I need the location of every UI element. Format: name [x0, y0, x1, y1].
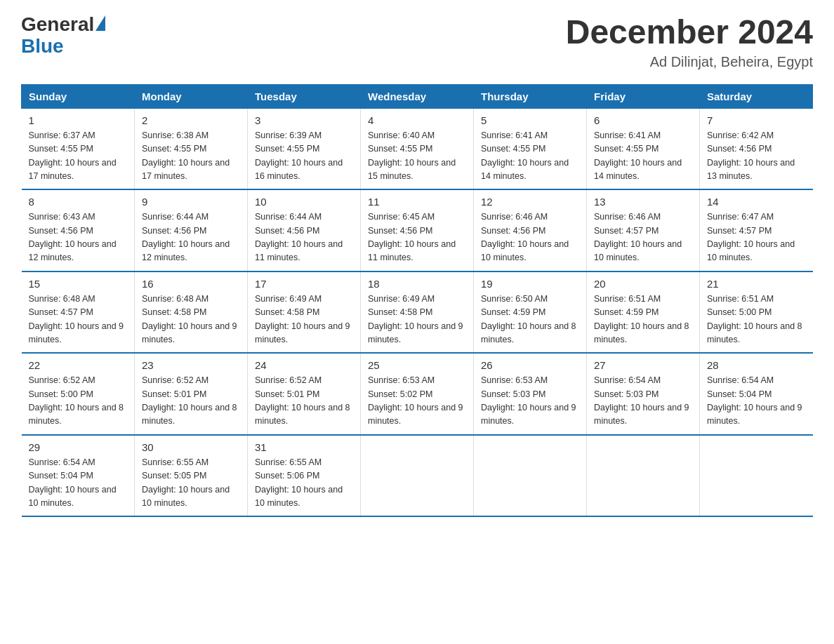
- day-number: 25: [368, 359, 466, 371]
- day-info: Sunrise: 6:38 AMSunset: 4:55 PMDaylight:…: [142, 129, 240, 184]
- day-number: 15: [29, 278, 128, 290]
- day-number: 30: [142, 441, 240, 453]
- day-number: 14: [707, 196, 806, 208]
- day-info: Sunrise: 6:48 AMSunset: 4:58 PMDaylight:…: [142, 293, 240, 347]
- calendar-cell: 22 Sunrise: 6:52 AMSunset: 5:00 PMDaylig…: [22, 353, 135, 435]
- day-number: 13: [594, 196, 692, 208]
- calendar-cell: 18 Sunrise: 6:49 AMSunset: 4:58 PMDaylig…: [361, 271, 474, 354]
- day-info: Sunrise: 6:49 AMSunset: 4:58 PMDaylight:…: [255, 293, 353, 347]
- calendar-body: 1 Sunrise: 6:37 AMSunset: 4:55 PMDayligh…: [22, 108, 813, 516]
- calendar-cell: 17 Sunrise: 6:49 AMSunset: 4:58 PMDaylig…: [248, 271, 361, 354]
- week-row-2: 8 Sunrise: 6:43 AMSunset: 4:56 PMDayligh…: [22, 189, 813, 271]
- calendar-cell: 27 Sunrise: 6:54 AMSunset: 5:03 PMDaylig…: [587, 353, 700, 435]
- day-number: 1: [29, 114, 128, 126]
- day-info: Sunrise: 6:51 AMSunset: 5:00 PMDaylight:…: [707, 293, 806, 347]
- week-row-3: 15 Sunrise: 6:48 AMSunset: 4:57 PMDaylig…: [22, 271, 813, 354]
- header-day-tuesday: Tuesday: [248, 84, 361, 108]
- header-day-sunday: Sunday: [22, 84, 135, 108]
- day-number: 2: [142, 114, 240, 126]
- day-number: 9: [142, 196, 240, 208]
- logo: General Blue: [21, 14, 105, 58]
- day-info: Sunrise: 6:44 AMSunset: 4:56 PMDaylight:…: [255, 210, 353, 265]
- day-info: Sunrise: 6:51 AMSunset: 4:59 PMDaylight:…: [594, 293, 692, 347]
- day-number: 18: [368, 278, 466, 290]
- day-info: Sunrise: 6:50 AMSunset: 4:59 PMDaylight:…: [481, 293, 579, 347]
- header-day-wednesday: Wednesday: [361, 84, 474, 108]
- day-number: 11: [368, 196, 466, 208]
- day-number: 4: [368, 114, 466, 126]
- day-info: Sunrise: 6:53 AMSunset: 5:02 PMDaylight:…: [368, 374, 466, 429]
- day-info: Sunrise: 6:52 AMSunset: 5:01 PMDaylight:…: [142, 374, 240, 429]
- day-number: 7: [707, 114, 806, 126]
- day-info: Sunrise: 6:37 AMSunset: 4:55 PMDaylight:…: [29, 129, 128, 184]
- calendar-cell: 1 Sunrise: 6:37 AMSunset: 4:55 PMDayligh…: [22, 108, 135, 189]
- day-number: 28: [707, 359, 806, 371]
- calendar-cell: [587, 435, 700, 517]
- calendar-cell: [474, 435, 587, 517]
- day-info: Sunrise: 6:42 AMSunset: 4:56 PMDaylight:…: [707, 129, 806, 184]
- calendar-cell: 8 Sunrise: 6:43 AMSunset: 4:56 PMDayligh…: [22, 189, 135, 271]
- calendar-cell: 4 Sunrise: 6:40 AMSunset: 4:55 PMDayligh…: [361, 108, 474, 189]
- logo-blue-text: Blue: [21, 36, 105, 58]
- day-info: Sunrise: 6:40 AMSunset: 4:55 PMDaylight:…: [368, 129, 466, 184]
- day-number: 6: [594, 114, 692, 126]
- day-info: Sunrise: 6:43 AMSunset: 4:56 PMDaylight:…: [29, 210, 128, 265]
- calendar-cell: 7 Sunrise: 6:42 AMSunset: 4:56 PMDayligh…: [700, 108, 813, 189]
- day-info: Sunrise: 6:54 AMSunset: 5:04 PMDaylight:…: [707, 374, 806, 429]
- day-info: Sunrise: 6:49 AMSunset: 4:58 PMDaylight:…: [368, 293, 466, 347]
- calendar-cell: [361, 435, 474, 517]
- day-number: 16: [142, 278, 240, 290]
- calendar-cell: 30 Sunrise: 6:55 AMSunset: 5:05 PMDaylig…: [135, 435, 248, 517]
- day-number: 26: [481, 359, 579, 371]
- calendar-cell: 29 Sunrise: 6:54 AMSunset: 5:04 PMDaylig…: [22, 435, 135, 517]
- day-info: Sunrise: 6:54 AMSunset: 5:04 PMDaylight:…: [29, 456, 128, 511]
- day-number: 22: [29, 359, 128, 371]
- day-number: 3: [255, 114, 353, 126]
- week-row-4: 22 Sunrise: 6:52 AMSunset: 5:00 PMDaylig…: [22, 353, 813, 435]
- day-number: 10: [255, 196, 353, 208]
- calendar-cell: 19 Sunrise: 6:50 AMSunset: 4:59 PMDaylig…: [474, 271, 587, 354]
- calendar-cell: 25 Sunrise: 6:53 AMSunset: 5:02 PMDaylig…: [361, 353, 474, 435]
- week-row-1: 1 Sunrise: 6:37 AMSunset: 4:55 PMDayligh…: [22, 108, 813, 189]
- day-number: 5: [481, 114, 579, 126]
- day-info: Sunrise: 6:41 AMSunset: 4:55 PMDaylight:…: [481, 129, 579, 184]
- header-day-monday: Monday: [135, 84, 248, 108]
- calendar-cell: 31 Sunrise: 6:55 AMSunset: 5:06 PMDaylig…: [248, 435, 361, 517]
- day-number: 17: [255, 278, 353, 290]
- day-number: 31: [255, 441, 353, 453]
- logo-general-text: General: [21, 14, 94, 36]
- calendar-cell: 26 Sunrise: 6:53 AMSunset: 5:03 PMDaylig…: [474, 353, 587, 435]
- week-row-5: 29 Sunrise: 6:54 AMSunset: 5:04 PMDaylig…: [22, 435, 813, 517]
- header-row: SundayMondayTuesdayWednesdayThursdayFrid…: [22, 84, 813, 108]
- day-info: Sunrise: 6:55 AMSunset: 5:06 PMDaylight:…: [255, 456, 353, 511]
- day-info: Sunrise: 6:54 AMSunset: 5:03 PMDaylight:…: [594, 374, 692, 429]
- calendar-cell: 6 Sunrise: 6:41 AMSunset: 4:55 PMDayligh…: [587, 108, 700, 189]
- calendar-cell: 15 Sunrise: 6:48 AMSunset: 4:57 PMDaylig…: [22, 271, 135, 354]
- month-title: December 2024: [566, 14, 813, 51]
- calendar-cell: 24 Sunrise: 6:52 AMSunset: 5:01 PMDaylig…: [248, 353, 361, 435]
- day-number: 19: [481, 278, 579, 290]
- calendar-cell: 20 Sunrise: 6:51 AMSunset: 4:59 PMDaylig…: [587, 271, 700, 354]
- day-number: 29: [29, 441, 128, 453]
- day-info: Sunrise: 6:53 AMSunset: 5:03 PMDaylight:…: [481, 374, 579, 429]
- calendar-cell: 21 Sunrise: 6:51 AMSunset: 5:00 PMDaylig…: [700, 271, 813, 354]
- calendar-cell: 12 Sunrise: 6:46 AMSunset: 4:56 PMDaylig…: [474, 189, 587, 271]
- day-info: Sunrise: 6:44 AMSunset: 4:56 PMDaylight:…: [142, 210, 240, 265]
- day-info: Sunrise: 6:48 AMSunset: 4:57 PMDaylight:…: [29, 293, 128, 347]
- day-number: 27: [594, 359, 692, 371]
- header-day-friday: Friday: [587, 84, 700, 108]
- day-number: 12: [481, 196, 579, 208]
- header-day-thursday: Thursday: [474, 84, 587, 108]
- day-info: Sunrise: 6:52 AMSunset: 5:01 PMDaylight:…: [255, 374, 353, 429]
- day-info: Sunrise: 6:41 AMSunset: 4:55 PMDaylight:…: [594, 129, 692, 184]
- day-number: 8: [29, 196, 128, 208]
- calendar-cell: 16 Sunrise: 6:48 AMSunset: 4:58 PMDaylig…: [135, 271, 248, 354]
- calendar-cell: [700, 435, 813, 517]
- day-info: Sunrise: 6:47 AMSunset: 4:57 PMDaylight:…: [707, 210, 806, 265]
- header-day-saturday: Saturday: [700, 84, 813, 108]
- title-block: December 2024 Ad Dilinjat, Beheira, Egyp…: [566, 14, 813, 70]
- calendar-cell: 11 Sunrise: 6:45 AMSunset: 4:56 PMDaylig…: [361, 189, 474, 271]
- day-number: 24: [255, 359, 353, 371]
- calendar-cell: 28 Sunrise: 6:54 AMSunset: 5:04 PMDaylig…: [700, 353, 813, 435]
- calendar-cell: 10 Sunrise: 6:44 AMSunset: 4:56 PMDaylig…: [248, 189, 361, 271]
